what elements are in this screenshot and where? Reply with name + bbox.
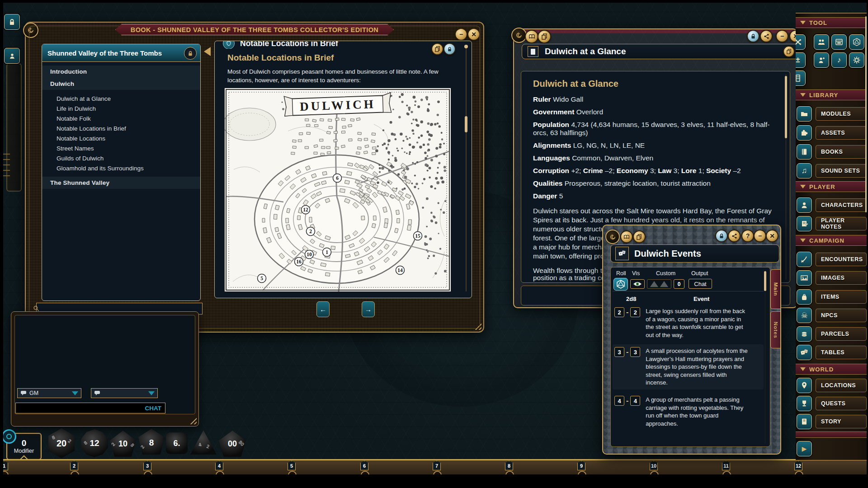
- collapsed-section-bar[interactable]: [796, 432, 868, 438]
- sidebar-item-sound-sets[interactable]: ♫ SOUND SETS: [797, 163, 867, 178]
- range-to[interactable]: 4: [630, 396, 640, 406]
- resize-handle[interactable]: [188, 415, 197, 424]
- toc-lock-button[interactable]: [184, 47, 197, 60]
- calendar-icon[interactable]: [831, 34, 847, 50]
- sidebar-item-modules[interactable]: MODULES: [797, 106, 867, 122]
- sidebar-item-encounters[interactable]: ENCOUNTERS: [797, 252, 867, 267]
- duplicate-window-button[interactable]: [538, 30, 551, 43]
- sidebar-item-images[interactable]: IMAGES: [797, 270, 867, 286]
- events-scrollbar-track[interactable]: [765, 270, 765, 444]
- range-from[interactable]: 3: [614, 347, 624, 357]
- section-tool[interactable]: TOOL: [796, 17, 868, 28]
- chat-input[interactable]: [16, 405, 145, 412]
- toc-entry[interactable]: Notable Folk: [42, 113, 200, 123]
- events-scrollbar-thumb[interactable]: [764, 271, 766, 291]
- sidebar-item-story[interactable]: STORY: [797, 414, 867, 429]
- section-world[interactable]: WORLD: [796, 364, 868, 375]
- sidebar-item-books[interactable]: BOOKS: [797, 144, 867, 160]
- lock-button[interactable]: [4, 14, 20, 30]
- minimize-button[interactable]: −: [776, 30, 788, 42]
- toc-entry[interactable]: Notable Locations in Brief: [42, 123, 200, 133]
- tab-notes[interactable]: Notes: [770, 311, 780, 348]
- sidebar-item-quests[interactable]: QUESTS: [797, 396, 867, 411]
- section-library[interactable]: LIBRARY: [796, 89, 868, 100]
- copy-page-button[interactable]: [431, 43, 443, 55]
- crossed-swords-icon[interactable]: [796, 34, 806, 50]
- window-menu-button[interactable]: [23, 23, 38, 38]
- table-row[interactable]: 3 - 3 A small procession of acolytes fro…: [613, 344, 764, 389]
- page-scrollbar-thumb[interactable]: [465, 116, 467, 132]
- glance-scrollbar-thumb[interactable]: [785, 76, 787, 138]
- sidebar-item-assets[interactable]: ASSETS: [797, 125, 867, 141]
- targeting-icon[interactable]: [2, 429, 16, 444]
- minimize-button[interactable]: −: [455, 28, 467, 41]
- unlock-toggle-button[interactable]: [443, 43, 456, 55]
- music-note-icon[interactable]: ♪: [831, 52, 847, 68]
- page-scrollbar-track[interactable]: [466, 47, 467, 291]
- section-campaign[interactable]: CAMPAIGN: [796, 235, 868, 246]
- open-book-view-button[interactable]: [620, 230, 633, 243]
- chat-speaker-select[interactable]: GM: [17, 388, 81, 398]
- dulwich-town-map[interactable]: DULWICH 6 12 2 1 10 16 5 15 14: [225, 88, 451, 291]
- chat-log[interactable]: [14, 315, 195, 414]
- table-row[interactable]: 2 - 2 Large logs suddenly roll from the …: [613, 305, 764, 342]
- share-button[interactable]: [728, 230, 741, 242]
- roll-table-button[interactable]: [613, 278, 628, 291]
- close-button[interactable]: ✕: [766, 230, 778, 242]
- toc-entry[interactable]: Gloamhold and its Surroundings: [42, 163, 200, 173]
- player-view-button[interactable]: [4, 48, 20, 64]
- toc-entry[interactable]: The Shunned Valley: [42, 177, 200, 189]
- next-page-button[interactable]: →: [362, 301, 375, 317]
- range-to[interactable]: 3: [630, 347, 640, 357]
- window-menu-button[interactable]: [511, 28, 527, 43]
- resize-handle[interactable]: [472, 321, 481, 330]
- custom-modifier-box[interactable]: 0: [674, 279, 684, 289]
- previous-page-button[interactable]: ←: [316, 301, 330, 317]
- play-button[interactable]: ▶: [797, 441, 812, 456]
- toc-entry[interactable]: Introduction: [42, 66, 200, 78]
- lock-button[interactable]: [747, 30, 760, 42]
- output-mode-button[interactable]: Chat: [689, 279, 712, 289]
- visibility-toggle[interactable]: [630, 279, 645, 289]
- people-icon[interactable]: [814, 34, 829, 50]
- toc-entry[interactable]: Dulwich at a Glance: [42, 94, 200, 103]
- custom-dice-slots[interactable]: [647, 279, 671, 289]
- toc-entry[interactable]: Life in Dulwich: [42, 103, 200, 113]
- effects-icon[interactable]: [814, 52, 829, 68]
- range-from[interactable]: 4: [614, 396, 624, 406]
- lock-button[interactable]: [715, 230, 728, 242]
- toc-entry[interactable]: Dulwich: [42, 78, 200, 90]
- events-titlebar[interactable]: Dulwich Events: [610, 244, 779, 263]
- d6-die[interactable]: 6.: [166, 432, 188, 454]
- chat-identity-select[interactable]: [91, 388, 158, 398]
- toc-entry[interactable]: Notable Locations: [42, 133, 200, 143]
- help-button[interactable]: ?: [741, 230, 754, 242]
- section-player[interactable]: PLAYER: [796, 181, 868, 192]
- open-book-view-button[interactable]: [525, 30, 538, 43]
- sidebar-item-items[interactable]: ITEMS: [797, 289, 867, 305]
- minimize-button[interactable]: −: [754, 230, 766, 242]
- duplicate-window-button[interactable]: [633, 230, 646, 243]
- sidebar-item-tables[interactable]: TABLES: [797, 345, 867, 360]
- table-row[interactable]: 4 - 4 A group of merchants pelt a passin…: [613, 393, 764, 430]
- range-to[interactable]: 2: [630, 307, 640, 317]
- toc-entry[interactable]: Street Names: [42, 143, 200, 153]
- pop-out-button[interactable]: [783, 46, 795, 57]
- range-from[interactable]: 2: [614, 307, 624, 317]
- sidebar-item-parcels[interactable]: PARCELS: [797, 326, 867, 342]
- window-menu-button[interactable]: [605, 230, 620, 244]
- sidebar-item-locations[interactable]: LOCATIONS: [797, 378, 867, 393]
- sidebar-item-player-notes[interactable]: PLAYER NOTES: [797, 216, 867, 231]
- gear-icon[interactable]: [849, 52, 864, 68]
- close-button[interactable]: ✕: [467, 28, 480, 41]
- share-button[interactable]: [760, 30, 773, 42]
- sidebar-item-npcs[interactable]: ☠ NPCS: [797, 308, 867, 323]
- toc-header[interactable]: Shunned Valley of the Three Tombs: [42, 44, 200, 62]
- tab-main[interactable]: Main: [770, 269, 780, 309]
- dice-tower-icon[interactable]: [796, 70, 806, 86]
- sidebar-item-characters[interactable]: CHARACTERS: [797, 197, 867, 213]
- toc-entry[interactable]: Guilds of Dulwich: [42, 153, 200, 163]
- collapse-toc-arrow[interactable]: [204, 47, 211, 56]
- page-scrollbar-knob[interactable]: [464, 45, 468, 48]
- d20-icon[interactable]: [849, 34, 864, 50]
